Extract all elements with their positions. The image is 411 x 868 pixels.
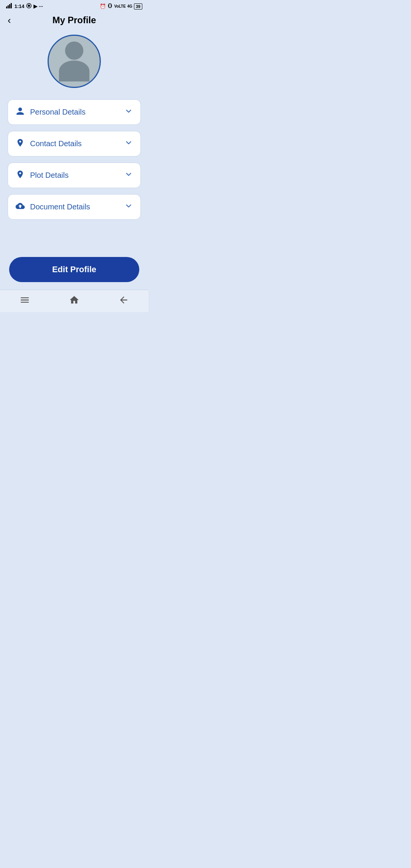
upload-icon xyxy=(16,201,25,212)
status-bar-left: 1:14 ▶ ··· xyxy=(6,3,43,10)
chevron-down-icon-contact xyxy=(124,139,133,149)
edit-profile-button[interactable]: Edit Profile xyxy=(9,257,139,282)
svg-rect-8 xyxy=(112,5,112,7)
accordion-item-left-document: Document Details xyxy=(16,201,90,212)
status-bar-right: ⏰ VoLTE 4G 39 xyxy=(100,3,142,10)
status-time: 1:14 xyxy=(14,3,24,9)
chevron-down-icon-personal xyxy=(124,107,133,118)
avatar-silhouette xyxy=(59,41,89,81)
contact-details-label: Contact Details xyxy=(30,139,82,148)
location-icon-plot xyxy=(16,170,25,181)
avatar-container xyxy=(0,31,148,99)
accordion-item-left-plot: Plot Details xyxy=(16,170,68,181)
back-nav-icon[interactable] xyxy=(118,295,129,307)
plot-details-label: Plot Details xyxy=(30,171,68,180)
svg-rect-0 xyxy=(6,6,7,8)
svg-point-5 xyxy=(28,5,30,7)
alarm-icon: ⏰ xyxy=(100,3,106,9)
accordion-item-contact[interactable]: Contact Details xyxy=(8,131,141,156)
bottom-nav xyxy=(0,290,148,312)
audio-icon xyxy=(26,3,32,10)
content-spacer xyxy=(0,220,148,251)
accordion-item-left-personal: Personal Details xyxy=(16,107,86,118)
page-title: My Profile xyxy=(53,15,96,26)
svg-rect-3 xyxy=(11,3,12,8)
chevron-down-icon-document xyxy=(124,202,133,212)
accordion-item-personal[interactable]: Personal Details xyxy=(8,99,141,125)
edit-profile-container: Edit Profile xyxy=(0,251,148,290)
person-head-shape xyxy=(65,41,83,60)
volte-icon: VoLTE xyxy=(114,4,126,8)
svg-rect-6 xyxy=(109,4,111,8)
header: ‹ My Profile xyxy=(0,11,148,31)
person-body-shape xyxy=(59,61,89,81)
document-details-label: Document Details xyxy=(30,203,90,211)
svg-rect-1 xyxy=(8,5,9,8)
battery-icon: 39 xyxy=(134,3,142,10)
svg-rect-2 xyxy=(9,4,10,8)
chevron-down-icon-plot xyxy=(124,170,133,181)
signal-icon xyxy=(6,3,13,10)
person-icon xyxy=(16,107,25,118)
accordion-item-plot[interactable]: Plot Details xyxy=(8,163,141,188)
menu-icon[interactable] xyxy=(19,295,30,307)
personal-details-label: Personal Details xyxy=(30,108,86,116)
vibrate-icon xyxy=(107,3,113,10)
accordion-list: Personal Details Contact Details xyxy=(0,99,148,220)
4g-icon: 4G xyxy=(127,4,132,8)
accordion-item-document[interactable]: Document Details xyxy=(8,194,141,220)
accordion-item-left-contact: Contact Details xyxy=(16,138,82,149)
avatar[interactable] xyxy=(48,35,101,88)
location-icon-contact xyxy=(16,138,25,149)
cast-icon: ▶ xyxy=(33,3,37,9)
home-icon[interactable] xyxy=(69,295,80,307)
more-icon: ··· xyxy=(39,3,43,9)
back-button[interactable]: ‹ xyxy=(8,15,11,25)
svg-rect-7 xyxy=(108,5,108,7)
status-bar: 1:14 ▶ ··· ⏰ VoLTE 4G 39 xyxy=(0,0,148,11)
